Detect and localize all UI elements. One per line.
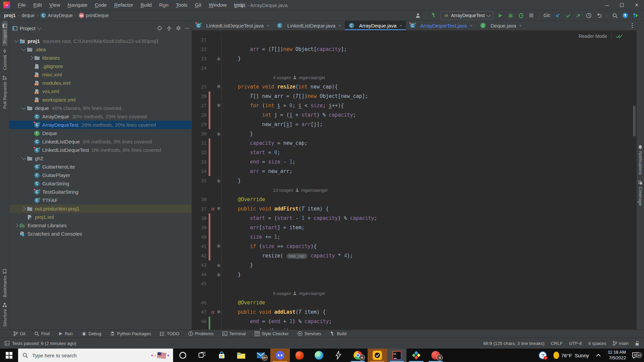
- code-line-43[interactable]: 43 }: [192, 260, 636, 270]
- code-line-48[interactable]: 48 end = (end + 1) % capacity;: [192, 317, 636, 326]
- line-number[interactable]: 47: [192, 309, 208, 315]
- code-line-25[interactable]: 25 private void resize(int new_cap){: [192, 82, 636, 92]
- chevron-down-icon[interactable]: [20, 107, 26, 109]
- menu-tools[interactable]: Tools: [172, 0, 191, 10]
- line-number[interactable]: 36: [192, 197, 208, 202]
- run-with-coverage-button[interactable]: [517, 12, 525, 19]
- line-number[interactable]: 33: [192, 159, 208, 165]
- status-main[interactable]: main: [613, 341, 629, 346]
- menu-file[interactable]: File: [14, 0, 30, 10]
- toolwindow-debug[interactable]: Debug: [82, 331, 101, 336]
- code-line-44[interactable]: 44 }: [192, 270, 636, 279]
- tree-item-out-production-proj1[interactable]: out.production.proj1: [10, 204, 192, 213]
- close-icon[interactable]: ×: [338, 23, 341, 28]
- editor-body[interactable]: Reader Mode 2122 arr = (T[])new Object[c…: [192, 31, 636, 329]
- code-line-39[interactable]: 39 arr[start] = item;: [192, 223, 636, 232]
- status-lock[interactable]: [635, 341, 639, 346]
- menu-refactor[interactable]: Refactor: [110, 0, 137, 10]
- run-button[interactable]: [496, 12, 504, 19]
- taskbar-norton-icon[interactable]: [368, 349, 387, 362]
- code-line-47[interactable]: 47O↑ public void addLast(T item) {: [192, 307, 636, 317]
- line-number[interactable]: 27: [192, 103, 208, 108]
- fold-marker[interactable]: [216, 101, 222, 110]
- debug-button[interactable]: [507, 12, 514, 19]
- code-line-31[interactable]: 31 capacity = new_cap;: [192, 138, 636, 148]
- git-update-button[interactable]: [554, 12, 561, 19]
- start-button[interactable]: [0, 349, 18, 362]
- line-number[interactable]: 28: [192, 112, 208, 118]
- tree-item-proj1-iml[interactable]: proj1.iml: [10, 213, 192, 221]
- line-number[interactable]: 39: [192, 225, 208, 230]
- line-number[interactable]: 49: [192, 328, 208, 329]
- taskbar-diamond-app-icon[interactable]: [407, 349, 426, 362]
- line-number[interactable]: 45: [192, 281, 208, 287]
- code-line-40[interactable]: 40 size += 1;: [192, 232, 636, 242]
- fold-marker[interactable]: [216, 54, 222, 63]
- code-line-46[interactable]: 46 @Override: [192, 298, 636, 307]
- tray-clock[interactable]: 11:18 AM 7/5/2022: [604, 350, 629, 361]
- tray-chevron-up[interactable]: [592, 349, 604, 362]
- stripe-item-notifications[interactable]: Notifications: [638, 142, 643, 178]
- code-line-21[interactable]: 21: [192, 35, 636, 45]
- line-number[interactable]: 31: [192, 140, 208, 146]
- chevron-down-icon[interactable]: [20, 49, 26, 50]
- chevron-right-icon[interactable]: [28, 56, 34, 59]
- line-number[interactable]: 41: [192, 244, 208, 249]
- line-number[interactable]: 38: [192, 216, 208, 221]
- tree-item-gitignore[interactable]: .gitignore: [10, 62, 192, 70]
- taskbar-discord-icon[interactable]: [270, 349, 290, 362]
- tab-linkedlistdequetest-java[interactable]: CLinkedListDequeTest.java×: [192, 21, 273, 30]
- layout-icon[interactable]: [5, 341, 9, 346]
- line-number[interactable]: 29: [192, 122, 208, 127]
- plugin-icon[interactable]: [632, 12, 639, 19]
- usages-inlay[interactable]: 6 usagesmgarciaangel: [273, 291, 325, 296]
- overriding-method-icon[interactable]: O↑: [211, 207, 216, 211]
- breadcrumb-item-deque[interactable]: deque: [21, 13, 35, 18]
- code-line-27[interactable]: 27 for (int i = 0; i < size; i++){: [192, 101, 636, 110]
- toolwindow-todo[interactable]: TODO: [160, 331, 179, 336]
- local-history-button[interactable]: [585, 12, 592, 19]
- tab-arraydeque-java[interactable]: CArrayDeque.java×: [345, 21, 406, 30]
- taskbar-store-icon[interactable]: [212, 349, 231, 362]
- fold-marker[interactable]: [216, 82, 222, 92]
- fold-marker[interactable]: [216, 260, 222, 270]
- menu-run[interactable]: Run: [155, 0, 172, 10]
- tree-item-idea[interactable]: .idea: [10, 45, 192, 54]
- expand-collapse-button[interactable]: [166, 25, 172, 31]
- menu-navigate[interactable]: Navigate: [64, 0, 91, 10]
- line-number[interactable]: 26: [192, 94, 208, 99]
- menu-code[interactable]: Code: [91, 0, 111, 10]
- tree-item-misc-xml[interactable]: misc.xml: [10, 70, 192, 79]
- toolwindow-python-packages[interactable]: Python Packages: [110, 331, 151, 336]
- reader-mode-widget[interactable]: Reader Mode: [579, 33, 623, 39]
- tree-item-proj1[interactable]: proj1sources root, C:\Users\Marti\cs61bl…: [10, 37, 192, 45]
- breadcrumb-item-arraydeque[interactable]: CArrayDeque: [41, 13, 73, 18]
- taskbar-office-icon[interactable]: [290, 349, 309, 362]
- fold-marker[interactable]: [216, 129, 222, 138]
- locate-file-button[interactable]: [157, 25, 162, 31]
- tree-item-external-libraries[interactable]: External Libraries: [10, 221, 192, 230]
- tree-item-linkedlistdequetest[interactable]: CLinkedListDequeTest0% methods, 0% lines…: [10, 146, 192, 154]
- chevron-down-icon[interactable]: [13, 40, 19, 42]
- tree-item-libraries[interactable]: libraries: [10, 54, 192, 62]
- fold-marker[interactable]: [216, 176, 222, 185]
- code-line-45[interactable]: 45: [192, 279, 636, 289]
- tree-item-linkedlistdeque[interactable]: CLinkedListDeque0% methods, 0% lines cov…: [10, 137, 192, 146]
- taskbar-edge-icon[interactable]: [309, 349, 329, 362]
- line-number[interactable]: 40: [192, 234, 208, 240]
- tree-item-ttfaf[interactable]: CTTFAF: [10, 196, 192, 204]
- ide-update-button[interactable]: [622, 12, 629, 19]
- close-icon[interactable]: ×: [470, 23, 473, 28]
- taskbar-cortana-icon[interactable]: [173, 349, 193, 362]
- tree-item-guitarplayer[interactable]: CGuitarPlayer: [10, 171, 192, 179]
- stripe-item-pull-requests[interactable]: Pull Requests: [2, 73, 7, 111]
- code-line-23[interactable]: 23 }: [192, 54, 636, 63]
- chevron-right-icon[interactable]: [13, 224, 19, 227]
- overriding-method-icon[interactable]: O↑: [211, 310, 216, 314]
- user-profile-button[interactable]: [414, 12, 422, 19]
- code-line-22[interactable]: 22 arr = (T[])new Object[capacity];: [192, 45, 636, 54]
- tab-linkedlistdeque-java[interactable]: CLinkedListDeque.java×: [273, 21, 345, 30]
- toolwindow-run[interactable]: Run: [58, 331, 73, 336]
- line-number[interactable]: 34: [192, 169, 208, 174]
- tab-arraydequetest-java[interactable]: CArrayDequeTest.java×: [406, 21, 476, 30]
